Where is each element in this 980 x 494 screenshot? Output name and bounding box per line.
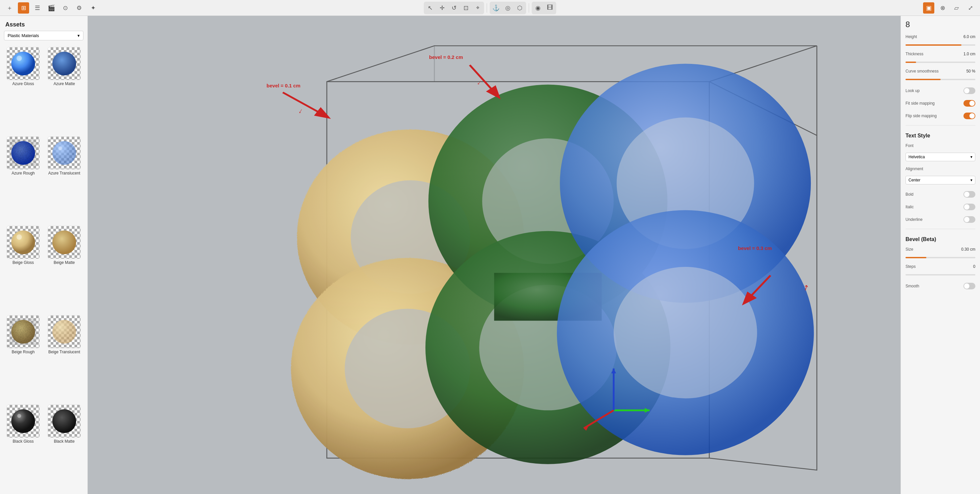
anchor-tools: ⚓ ◎ ⬡ [490, 2, 526, 14]
material-beige-rough[interactable]: Beige Rough [4, 315, 42, 402]
material-beige-translucent[interactable]: Beige Translucent [45, 315, 83, 402]
svg-point-1 [17, 56, 22, 61]
material-label: Black Gloss [13, 439, 33, 444]
material-azure-matte[interactable]: Azure Matte [45, 47, 83, 134]
viewport[interactable]: bevel = 0.1 cm ↓ bevel = 0.2 cm ↓ bevel … [88, 16, 900, 494]
curve-smoothness-row: Curve smoothness 50 % [905, 69, 975, 73]
grid-button[interactable]: ⊞ [18, 2, 29, 14]
transform-tools: ↖ ✛ ↺ ⊡ ⌖ [424, 2, 484, 14]
divider-2 [905, 229, 975, 229]
flip-side-label: Flip side mapping [905, 113, 937, 118]
material-azure-translucent[interactable]: Azure Translucent [45, 136, 83, 223]
fit-side-toggle[interactable] [963, 100, 975, 107]
bold-toggle[interactable] [963, 191, 975, 198]
object-number: 8 [905, 20, 975, 29]
svg-point-29 [614, 267, 757, 398]
look-up-toggle[interactable] [963, 88, 975, 94]
svg-point-2 [52, 52, 76, 75]
material-label: Azure Rough [11, 171, 35, 175]
font-select[interactable]: Helvetica ▾ [905, 153, 975, 161]
material-black-gloss[interactable]: Black Gloss [4, 405, 42, 491]
thickness-slider[interactable] [905, 62, 975, 63]
steps-value: 0 [973, 264, 975, 269]
chevron-down-icon: ▾ [78, 33, 80, 38]
look-up-label: Look up [905, 88, 920, 93]
smooth-label: Smooth [905, 284, 919, 288]
rotate-tool[interactable]: ↺ [448, 2, 460, 14]
italic-label: Italic [905, 205, 914, 209]
toolbar-separator-1 [487, 3, 487, 13]
chevron-down-icon: ▾ [970, 178, 972, 182]
italic-toggle[interactable] [963, 204, 975, 210]
main-layout: Assets Plastic Materials ▾ [0, 16, 980, 494]
toolbar-right: ▣ ⊗ ▱ ⤢ [923, 2, 976, 14]
camera-button[interactable]: 🎬 [46, 2, 57, 14]
smooth-row: Smooth [905, 281, 975, 291]
height-value: 6.0 cm [963, 34, 975, 39]
assets-header: Assets [0, 16, 88, 31]
steps-slider[interactable] [905, 274, 975, 276]
size-label: Size [905, 247, 913, 252]
transform-tool[interactable]: ⌖ [472, 2, 484, 14]
underline-row: Underline [905, 215, 975, 224]
material-beige-gloss[interactable]: Beige Gloss [4, 226, 42, 312]
flip-side-toggle[interactable] [963, 113, 975, 119]
alignment-select[interactable]: Center ▾ [905, 176, 975, 185]
share-tool[interactable]: ⬡ [514, 2, 525, 14]
select-tool[interactable]: ↖ [425, 2, 436, 14]
material-label: Beige Translucent [48, 350, 80, 354]
fit-side-label: Fit side mapping [905, 101, 935, 106]
svg-point-4 [52, 141, 76, 165]
thickness-row: Thickness 1.0 cm [905, 52, 975, 56]
thickness-value: 1.0 cm [963, 52, 975, 56]
underline-toggle[interactable] [963, 216, 975, 223]
bold-row: Bold [905, 190, 975, 199]
assets-dropdown[interactable]: Plastic Materials ▾ [4, 31, 83, 40]
smooth-toggle[interactable] [963, 283, 975, 289]
add-button[interactable]: ＋ [4, 2, 15, 14]
target-button[interactable]: ⊗ [937, 2, 948, 14]
material-label: Azure Matte [54, 81, 75, 86]
underline-label: Underline [905, 217, 923, 222]
font-value: Helvetica [908, 155, 925, 159]
material-label: Azure Gloss [12, 81, 34, 86]
light-button[interactable]: ✦ [88, 2, 99, 14]
material-black-matte[interactable]: Black Matte [45, 405, 83, 491]
anchor-tool[interactable]: ⚓ [490, 2, 501, 14]
curve-smoothness-slider[interactable] [905, 79, 975, 80]
svg-point-5 [58, 147, 62, 150]
right-panel: 8 Height 6.0 cm Thickness 1.0 cm Curve s… [900, 16, 980, 494]
cube-button[interactable]: ▣ [923, 2, 934, 14]
materials-grid: Azure Gloss [0, 45, 88, 494]
annotation-bevel-03: bevel = 0.3 cm [738, 245, 772, 251]
svg-point-6 [11, 231, 35, 254]
move-tool[interactable]: ✛ [436, 2, 448, 14]
toolbar-left: ＋ ⊞ ☰ 🎬 ⊙ ⚙ ✦ [4, 2, 99, 14]
annotation-bevel-02: bevel = 0.2 cm [429, 54, 463, 60]
material-azure-rough[interactable]: Azure Rough [4, 136, 42, 223]
panel-button[interactable]: ▱ [951, 2, 962, 14]
expand-button[interactable]: ⤢ [965, 2, 976, 14]
eye-tool[interactable]: ◉ [532, 2, 544, 14]
curve-smoothness-value: 50 % [966, 69, 975, 73]
annotation-label: bevel = 0.1 cm [267, 83, 300, 88]
fit-side-row: Fit side mapping [905, 99, 975, 108]
film-tool[interactable]: 🎞 [544, 2, 555, 14]
screenshot-button[interactable]: ⊙ [60, 2, 71, 14]
italic-row: Italic [905, 202, 975, 212]
annotation-label: bevel = 0.3 cm [738, 245, 772, 251]
bold-label: Bold [905, 192, 913, 197]
circle-tool[interactable]: ◎ [502, 2, 514, 14]
look-up-row: Look up [905, 86, 975, 96]
flip-side-row: Flip side mapping [905, 111, 975, 121]
scale-tool[interactable]: ⊡ [460, 2, 471, 14]
menu-button[interactable]: ☰ [32, 2, 43, 14]
svg-point-7 [17, 234, 22, 240]
settings-button[interactable]: ⚙ [73, 2, 85, 14]
material-beige-matte[interactable]: Beige Matte [45, 226, 83, 312]
height-slider[interactable] [905, 45, 975, 46]
view-tools: ◉ 🎞 [532, 2, 556, 14]
svg-point-11 [11, 409, 35, 433]
size-slider[interactable] [905, 257, 975, 258]
material-azure-gloss[interactable]: Azure Gloss [4, 47, 42, 134]
